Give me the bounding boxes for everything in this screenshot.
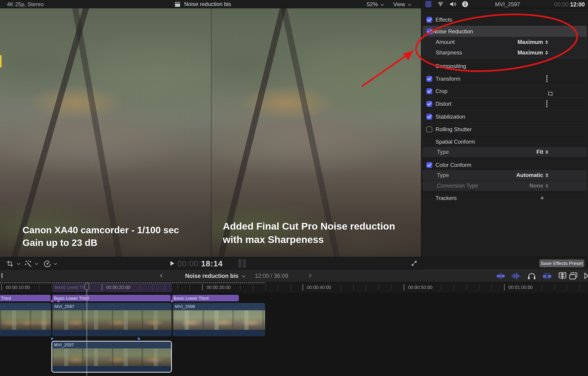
noise-reduction-group: Noise Reduction Amount Maximum Sharpness… <box>423 26 587 58</box>
info-inspector-icon[interactable] <box>462 1 469 8</box>
add-tracker-button[interactable]: + <box>540 194 544 202</box>
stepper-icon <box>546 150 548 154</box>
audio-inspector-icon[interactable] <box>449 1 457 7</box>
compositing-header: Compositing <box>421 61 588 71</box>
audio-meter[interactable] <box>243 259 246 268</box>
clip-filmstrip <box>0 310 51 330</box>
viewer-image-before <box>0 8 211 257</box>
clip-audio-area <box>0 330 51 336</box>
media-bowtie-icon[interactable] <box>584 272 588 280</box>
image-split-seam <box>211 8 211 257</box>
audio-skimming-icon[interactable] <box>511 272 521 280</box>
clip-appearance-icon[interactable] <box>558 272 567 280</box>
chevron-down-icon[interactable] <box>53 261 57 265</box>
transform-icon[interactable] <box>546 75 547 82</box>
chevron-down-icon[interactable] <box>17 261 21 265</box>
distort-row[interactable]: Distort <box>421 99 588 109</box>
chevron-down-icon[interactable] <box>35 261 38 265</box>
zoom-dropdown[interactable]: 52% <box>367 1 383 8</box>
transform-checkbox[interactable] <box>426 76 432 82</box>
ruler-label: 00:01:00:00 <box>509 285 533 290</box>
inspector-timecode: 00:00:12:00 <box>554 1 585 8</box>
clapperboard-icon <box>175 1 180 7</box>
sharpness-select[interactable]: Maximum <box>517 49 548 56</box>
clip-marker[interactable] <box>51 300 53 302</box>
clip-filmstrip <box>52 348 171 366</box>
browser-panels-icon[interactable] <box>569 272 578 280</box>
play-button[interactable] <box>170 261 174 266</box>
clip-filmstrip <box>52 310 172 330</box>
chevron-down-icon <box>380 2 384 6</box>
noise-reduction-row[interactable]: Noise Reduction <box>423 26 587 37</box>
title-clip[interactable]: Third <box>0 295 51 301</box>
view-dropdown[interactable]: View <box>393 1 410 8</box>
stabilization-checkbox[interactable] <box>426 114 432 120</box>
clip-audio-area <box>52 366 171 373</box>
next-project-icon[interactable] <box>308 274 311 278</box>
clip-filmstrip <box>173 310 265 330</box>
rolling-shutter-row[interactable]: Rolling Shutter <box>421 124 588 134</box>
effects-row[interactable]: Effects <box>421 15 588 25</box>
transform-row[interactable]: Transform <box>421 74 588 84</box>
viewer-toolbar: 00:00:18:14 <box>0 257 421 269</box>
viewer-timecode: 00:00:18:14 <box>177 259 223 268</box>
top-bar: 4K 25p, Stereo Noise reduction bis 52% V… <box>0 0 588 8</box>
skimming-icon[interactable] <box>496 272 505 280</box>
timeline-project-dropdown[interactable]: Noise reduction bis <box>185 273 238 279</box>
video-inspector-icon[interactable] <box>425 1 432 8</box>
conversion-type-row: Conversion Type None <box>423 181 587 191</box>
connected-clip-selected[interactable]: MVI_2597 <box>52 341 172 373</box>
playhead-handle[interactable] <box>84 283 89 290</box>
spatial-conform-header: Spatial Conform <box>421 137 588 147</box>
clip-marker[interactable] <box>138 338 140 340</box>
crop-row[interactable]: Crop <box>421 86 588 96</box>
rolling-shutter-checkbox[interactable] <box>426 126 432 132</box>
inspector-tabs <box>425 1 469 8</box>
snapping-icon[interactable] <box>542 272 552 280</box>
timeline-position-readout: 12:00 / 36:09 <box>255 273 288 279</box>
crop-checkbox[interactable] <box>426 88 432 94</box>
conversion-type-select: None <box>529 183 548 189</box>
spatial-type-select[interactable]: Fit <box>536 149 548 155</box>
effects-checkbox[interactable] <box>426 17 432 23</box>
audio-meter[interactable] <box>238 259 242 268</box>
viewer-title: Noise reduction bis <box>175 1 231 7</box>
trackers-row: Trackers + <box>421 193 588 203</box>
fullscreen-expand-icon[interactable] <box>411 260 418 267</box>
clip-marker[interactable] <box>171 300 173 302</box>
color-conform-checkbox[interactable] <box>426 162 432 168</box>
solo-headphones-icon[interactable] <box>527 272 536 280</box>
chevron-down-icon[interactable] <box>242 274 246 277</box>
crop-tool-icon[interactable] <box>6 260 13 267</box>
save-effects-preset-button[interactable]: Save Effects Preset <box>539 259 584 267</box>
ruler-label: 00:00:40:00 <box>307 285 331 290</box>
title-clip[interactable]: Basic Lower Third <box>172 295 239 301</box>
stabilization-row[interactable]: Stabilization <box>421 112 588 122</box>
ruler-label: 00:00:10:00 <box>6 285 30 290</box>
overlay-caption-right: Added Final Cut Pro Noise reduction with… <box>223 220 395 246</box>
clip-marker[interactable] <box>57 300 60 302</box>
timeline-header: Noise reduction bis 12:00 / 36:09 <box>158 269 288 282</box>
sharpness-row: Sharpness Maximum <box>423 47 587 58</box>
video-clip[interactable]: MVI_2598 <box>173 303 265 336</box>
noise-reduction-checkbox[interactable] <box>427 29 432 34</box>
color-type-select[interactable]: Automatic <box>516 172 548 178</box>
stepper-icon <box>545 51 548 55</box>
color-inspector-icon[interactable] <box>437 1 444 7</box>
distort-checkbox[interactable] <box>426 101 432 107</box>
amount-select[interactable]: Maximum <box>517 39 548 45</box>
color-conform-row[interactable]: Color Conform <box>421 160 588 170</box>
clip-marker[interactable] <box>51 338 53 340</box>
enhance-wand-icon[interactable] <box>25 260 32 268</box>
timeline-option-icons <box>496 272 567 280</box>
video-clip[interactable]: MVI_2597 <box>52 303 172 336</box>
toolbar-divider <box>563 271 563 280</box>
inspector-clip-name: MVI_2597 <box>487 1 528 8</box>
timeline-index-icon[interactable] <box>1 273 2 278</box>
distort-icon[interactable] <box>546 101 547 107</box>
panel-divider <box>421 0 421 8</box>
video-clip[interactable] <box>0 303 51 336</box>
retime-icon[interactable] <box>44 260 51 268</box>
title-clip[interactable]: Basic Lower Third <box>52 295 171 301</box>
playhead-line[interactable] <box>87 282 87 376</box>
